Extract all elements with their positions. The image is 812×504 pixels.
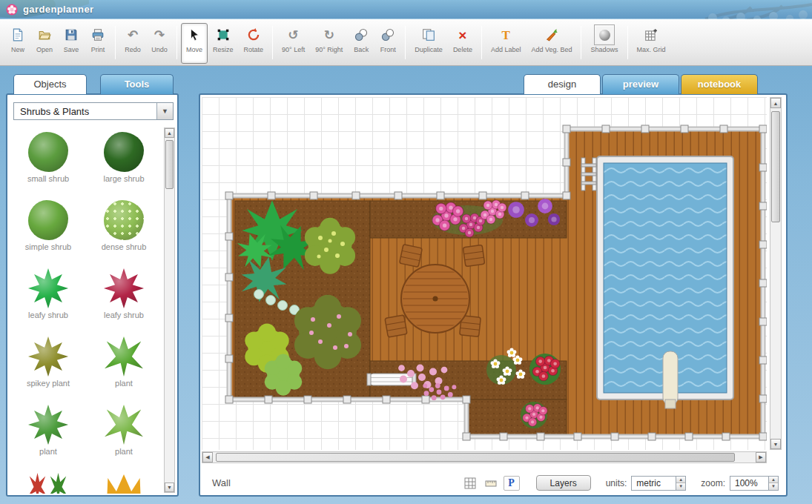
tab-tools[interactable]: Tools — [100, 74, 174, 94]
scroll-down-icon[interactable]: ▼ — [165, 483, 174, 492]
plant-item[interactable]: spikey plant — [10, 332, 86, 400]
dropdown-arrow-button[interactable]: ▼ — [156, 103, 173, 119]
undo-button[interactable]: ↷ Undo — [146, 23, 173, 64]
canvas-horizontal-scrollbar[interactable]: ◀ ▶ — [202, 451, 767, 463]
plant-label: plant — [115, 379, 133, 388]
scroll-down-icon[interactable]: ▼ — [770, 439, 781, 449]
scroll-left-icon[interactable]: ◀ — [202, 452, 213, 462]
print-icon — [90, 27, 106, 43]
max-grid-button[interactable]: Max. Grid — [632, 23, 671, 64]
add-veg-bed-icon — [544, 27, 560, 43]
gardenplanner-logo-icon — [6, 4, 18, 16]
zoom-select[interactable]: 100% ▲ ▼ — [730, 476, 779, 491]
design-canvas[interactable] — [202, 97, 767, 450]
units-select[interactable]: metric ▲ ▼ — [631, 476, 686, 491]
plant-label: plant — [39, 447, 57, 456]
toolbar-label: Rotate — [244, 46, 264, 53]
titlebar: gardenplanner — [0, 0, 812, 19]
plant-label: small shrub — [27, 174, 69, 183]
tab-objects[interactable]: Objects — [13, 74, 87, 94]
max-grid-icon — [643, 27, 659, 43]
plant-list: small shrub large shrub simple shrub den… — [10, 127, 162, 494]
resize-icon — [215, 27, 231, 43]
toolbar-label: Back — [354, 46, 369, 53]
resize-button[interactable]: Resize — [208, 23, 239, 64]
add-veg-bed-button[interactable]: Add Veg. Bed — [526, 23, 577, 64]
move-button[interactable]: Move — [181, 23, 208, 64]
tab-design[interactable]: design — [524, 74, 601, 94]
plant-item[interactable]: leafy shrub — [10, 264, 86, 332]
units-label: units: — [606, 478, 627, 488]
rotate-button[interactable]: Rotate — [239, 23, 269, 64]
scrollbar-thumb[interactable] — [165, 140, 174, 189]
add-label-button[interactable]: T Add Label — [486, 23, 527, 64]
plant-item[interactable]: plant — [86, 332, 162, 400]
plant-item[interactable]: plant — [86, 400, 162, 468]
bring-to-front-button[interactable]: Front — [374, 23, 401, 64]
zoom-value: 100% — [730, 478, 768, 488]
canvas-vertical-scrollbar[interactable]: ▲ ▼ — [770, 97, 782, 450]
zoom-stepper[interactable]: ▲ ▼ — [768, 477, 778, 490]
rotate-90-right-button[interactable]: ↻ 90° Right — [310, 23, 348, 64]
toolbar-label: Undo — [151, 46, 168, 53]
undo-icon: ↷ — [151, 27, 168, 43]
toolbar-label: Front — [380, 46, 396, 53]
sprout-pair-icon — [28, 473, 68, 494]
duplicate-button[interactable]: Duplicate — [409, 23, 448, 64]
rotate-icon — [245, 27, 262, 43]
leafy-plant-icon — [28, 268, 68, 308]
toolbar-separator — [581, 26, 581, 59]
grid-toggle-button[interactable] — [462, 476, 478, 491]
toolbar-label: Max. Grid — [637, 46, 666, 53]
new-button[interactable]: New — [4, 23, 31, 64]
category-dropdown-value: Shrubs & Plants — [14, 106, 156, 117]
plant-item[interactable]: leafy shrub — [86, 264, 162, 332]
send-to-back-button[interactable]: Back — [348, 23, 374, 64]
pool-lounger[interactable] — [663, 351, 678, 408]
plant-item[interactable] — [86, 468, 162, 494]
toolbar-label: Duplicate — [415, 46, 443, 53]
garden-plan[interactable] — [202, 97, 767, 450]
category-dropdown[interactable]: Shrubs & Plants ▼ — [13, 102, 174, 120]
selected-object-label: Wall — [212, 477, 231, 488]
shrub-icon — [28, 132, 68, 172]
plant-item[interactable]: simple shrub — [10, 196, 86, 264]
open-button[interactable]: Open — [31, 23, 58, 64]
stepper-down-icon[interactable]: ▼ — [676, 483, 685, 490]
toolbar-separator — [405, 26, 406, 59]
scroll-up-icon[interactable]: ▲ — [770, 98, 781, 108]
green-leaf-icon — [49, 473, 67, 494]
plant-item[interactable] — [10, 468, 86, 494]
p-view-button[interactable]: P — [504, 476, 520, 491]
plant-item[interactable]: plant — [10, 400, 86, 468]
shrub-icon — [104, 200, 144, 240]
scrollbar-thumb[interactable] — [216, 453, 735, 462]
save-button[interactable]: Save — [58, 23, 85, 64]
stepper-down-icon[interactable]: ▼ — [769, 483, 778, 490]
units-stepper[interactable]: ▲ ▼ — [676, 477, 685, 490]
layers-button[interactable]: Layers — [536, 475, 591, 491]
stepper-up-icon[interactable]: ▲ — [769, 477, 778, 484]
scroll-up-icon[interactable]: ▲ — [165, 128, 174, 138]
shadows-button[interactable]: Shadows — [585, 23, 623, 64]
delete-button[interactable]: × Delete — [448, 23, 478, 64]
ruler-icon — [485, 477, 497, 489]
rotate-90-left-button[interactable]: ↺ 90° Left — [277, 23, 310, 64]
send-to-back-icon — [353, 27, 369, 43]
plant-icon — [104, 336, 144, 377]
sidebar-scrollbar[interactable]: ▲ ▼ — [164, 127, 175, 493]
ruler-button[interactable] — [483, 476, 499, 491]
tab-preview[interactable]: preview — [602, 74, 679, 94]
leafy-plant-icon — [104, 268, 144, 308]
plant-item[interactable]: small shrub — [10, 127, 86, 196]
stepper-up-icon[interactable]: ▲ — [676, 477, 685, 484]
plant-icon — [28, 405, 68, 445]
plant-item[interactable]: dense shrub — [86, 196, 162, 264]
print-button[interactable]: Print — [85, 23, 111, 64]
new-document-icon — [10, 27, 26, 43]
scroll-right-icon[interactable]: ▶ — [756, 452, 766, 462]
plant-item[interactable]: large shrub — [86, 127, 162, 196]
redo-button[interactable]: ↶ Redo — [119, 23, 146, 64]
scrollbar-thumb[interactable] — [771, 111, 780, 222]
tab-notebook[interactable]: notebook — [681, 74, 758, 94]
